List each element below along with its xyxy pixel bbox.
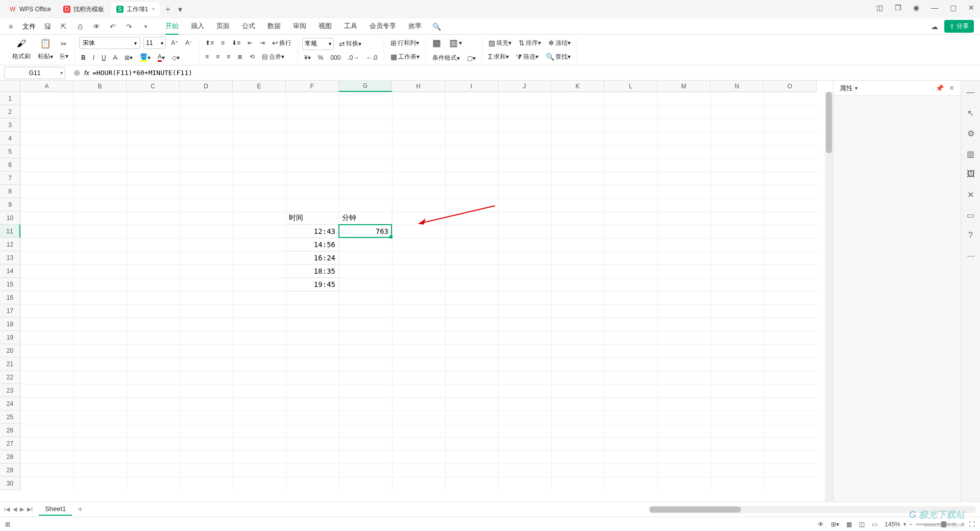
print-preview-icon[interactable]: 👁 [92,22,101,31]
sheet-first-icon[interactable]: I◀ [4,506,10,513]
screen-icon[interactable]: ▭ [965,209,976,221]
export-icon[interactable]: ⇱ [59,22,68,31]
cell-grid[interactable]: 时间分钟12:4376314:5616:2418:3519:45 [20,92,817,490]
col-header-M[interactable]: M [657,81,710,92]
number-format-select[interactable]: 常规▾ [302,38,334,50]
align-left-button[interactable]: ≡ [203,52,211,61]
row-header-20[interactable]: 20 [0,344,20,357]
col-header-B[interactable]: B [74,81,127,92]
zoom-in-button[interactable]: ＋ [960,520,966,528]
row-header-5[interactable]: 5 [0,145,20,158]
search-icon[interactable]: 🔍 [432,22,441,31]
undo-icon[interactable]: ↶ [108,22,117,31]
format-painter-icon[interactable]: 🖌 [17,38,26,49]
copy-format-button[interactable]: ⎘▾ [58,51,70,61]
cursor-icon[interactable]: ↖ [965,107,976,118]
row-header-28[interactable]: 28 [0,450,20,464]
tab-workbook[interactable]: S 工作簿1 • [111,2,160,16]
chevron-down-icon[interactable]: ▾ [903,521,906,527]
align-center-button[interactable]: ≡ [214,52,222,61]
strike-button[interactable]: A [111,53,119,62]
cell-F11[interactable]: 12:43 [286,225,339,238]
horizontal-scrollbar[interactable] [649,506,976,513]
row-header-19[interactable]: 19 [0,331,20,344]
rowcol-button[interactable]: ⊞行和列▾ [388,38,422,49]
save-icon[interactable]: 🖫 [43,22,52,31]
menu-视图[interactable]: 视图 [318,18,332,35]
close-icon[interactable]: ✕ [949,84,954,92]
row-header-23[interactable]: 23 [0,384,20,397]
paste-button[interactable]: 粘贴 ▾ [36,51,55,62]
col-header-O[interactable]: O [764,81,817,92]
sheet-next-icon[interactable]: ▶ [20,506,24,513]
col-header-H[interactable]: H [392,81,445,92]
view-grid-icon[interactable]: ⊞▾ [831,521,839,528]
settings-icon[interactable]: ⚙ [965,128,976,139]
fill-color-button[interactable]: 🪣▾ [138,52,153,63]
col-header-N[interactable]: N [710,81,764,92]
cloud-icon[interactable]: ☁ [930,22,939,31]
font-color-button[interactable]: A▾ [156,52,167,63]
cell-F12[interactable]: 14:56 [286,238,339,251]
sort-button[interactable]: ⇅排序▾ [517,38,543,49]
row-header-1[interactable]: 1 [0,92,20,105]
wrap-button[interactable]: ↩换行 [270,38,293,49]
row-header-6[interactable]: 6 [0,158,20,172]
tools-icon[interactable]: ✕ [965,189,976,200]
formula-input[interactable] [89,67,980,79]
font-grow-button[interactable]: A⁺ [169,38,180,47]
col-header-D[interactable]: D [180,81,233,92]
row-header-27[interactable]: 27 [0,437,20,450]
window-layout-icon[interactable]: ◫ [875,3,884,12]
fx-icon[interactable]: fx [84,69,89,77]
chevron-down-icon[interactable]: ▾ [855,85,857,91]
sheet-last-icon[interactable]: ▶I [27,506,33,513]
row-header-9[interactable]: 9 [0,198,20,211]
status-icon[interactable]: ⊞ [5,521,10,528]
cell-style-button[interactable]: ▥▾ [447,36,464,50]
row-header-24[interactable]: 24 [0,397,20,411]
spreadsheet[interactable]: ABCDEFGHIJKLMNO 123456789101112131415161… [0,81,833,501]
select-all-corner[interactable] [0,81,20,92]
user-avatar-icon[interactable]: ◉ [912,3,921,12]
comma-button[interactable]: 000 [328,53,342,62]
percent-button[interactable]: % [316,53,326,62]
sum-button[interactable]: Σ求和▾ [486,52,511,62]
font-shrink-button[interactable]: A⁻ [183,38,194,47]
worksheet-button[interactable]: ▦工作表▾ [388,52,422,62]
menu-数据[interactable]: 数据 [267,18,281,35]
layout-icon[interactable]: ▥ [965,148,976,159]
vertical-scrollbar[interactable] [825,92,833,501]
view-page-icon[interactable]: ◫ [859,521,865,528]
more-icon[interactable]: ⋯ [965,250,976,261]
zoom-slider[interactable] [916,523,957,525]
row-header-16[interactable]: 16 [0,291,20,304]
format-painter-button[interactable]: 格式刷 [10,51,33,62]
dec-dec-button[interactable]: ←.0 [364,53,379,62]
zoom-out-button[interactable]: − [909,521,913,528]
align-middle-button[interactable]: ≡ [219,38,227,47]
redo-icon[interactable]: ↷ [125,22,134,31]
format-button[interactable]: ▢▾ [465,54,478,63]
cell-G10[interactable]: 分钟 [339,211,392,225]
menu-插入[interactable]: 插入 [191,18,204,35]
row-header-13[interactable]: 13 [0,251,20,264]
row-header-22[interactable]: 22 [0,371,20,384]
row-header-25[interactable]: 25 [0,411,20,424]
col-header-C[interactable]: C [127,81,180,92]
row-header-4[interactable]: 4 [0,132,20,145]
menu-页面[interactable]: 页面 [216,18,230,35]
bold-button[interactable]: B [79,53,88,62]
align-justify-button[interactable]: ≣ [235,52,244,61]
window-close-icon[interactable]: ✕ [967,3,976,12]
menu-开始[interactable]: 开始 [165,18,179,35]
col-header-G[interactable]: G [339,81,392,92]
share-button[interactable]: ⇧ 分享 [944,20,974,33]
col-header-J[interactable]: J [498,81,551,92]
row-header-15[interactable]: 15 [0,278,20,291]
row-header-14[interactable]: 14 [0,264,20,278]
row-header-7[interactable]: 7 [0,172,20,185]
sheet-tab[interactable]: Sheet1 [39,503,72,516]
row-header-17[interactable]: 17 [0,304,20,318]
table-style-button[interactable]: ▦ [430,36,444,50]
